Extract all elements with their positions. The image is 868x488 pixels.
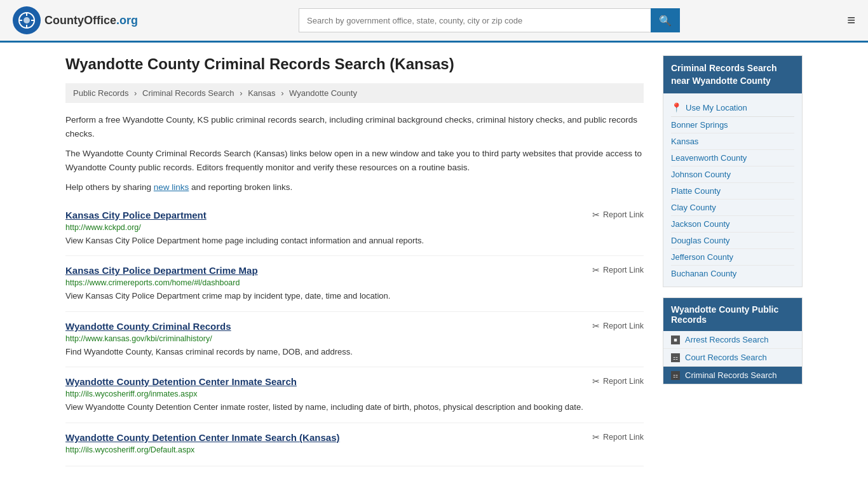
result-desc-3: View Wyandotte County Detention Center i… bbox=[65, 401, 644, 414]
result-item: Kansas City Police Department Crime Map … bbox=[65, 256, 644, 312]
logo-icon bbox=[13, 6, 41, 34]
nearby-link-3[interactable]: Johnson County bbox=[671, 166, 794, 183]
nearby-link-9[interactable]: Buchanan County bbox=[671, 266, 794, 281]
nearby-link-5[interactable]: Clay County bbox=[671, 200, 794, 216]
results-list: Kansas City Police Department ✂ Report L… bbox=[65, 201, 644, 466]
location-icon: 📍 bbox=[671, 102, 682, 112]
result-desc-2: Find Wyandotte County, Kansas criminal r… bbox=[65, 346, 644, 358]
nearby-body: 📍 Use My Location Bonner SpringsKansasLe… bbox=[663, 93, 802, 287]
result-desc-0: View Kansas City Police Department home … bbox=[65, 234, 644, 247]
nearby-header: Criminal Records Search near Wyandotte C… bbox=[663, 56, 802, 93]
result-url-1: https://www.crimereports.com/home/#l/das… bbox=[65, 278, 644, 287]
nearby-link-8[interactable]: Jefferson County bbox=[671, 249, 794, 266]
result-item: Wyandotte County Criminal Records ✂ Repo… bbox=[65, 312, 644, 368]
result-url-3: http://ils.wycosheriff.org/inmates.aspx bbox=[65, 390, 644, 398]
main-content: Wyandotte County Criminal Records Search… bbox=[65, 55, 644, 466]
logo-text: CountyOffice.org bbox=[44, 14, 138, 27]
report-icon-4: ✂ bbox=[592, 432, 600, 442]
search-input[interactable] bbox=[299, 8, 651, 32]
breadcrumb-current: Wyandotte County bbox=[289, 88, 357, 98]
result-title-4[interactable]: Wyandotte County Detention Center Inmate… bbox=[65, 432, 339, 443]
description-para1: Perform a free Wyandotte County, KS publ… bbox=[65, 113, 644, 140]
report-icon-1: ✂ bbox=[592, 265, 600, 275]
report-link-4[interactable]: ✂ Report Link bbox=[592, 432, 644, 442]
logo-area: CountyOffice.org bbox=[13, 6, 138, 34]
nearby-link-1[interactable]: Kansas bbox=[671, 133, 794, 150]
menu-button[interactable]: ≡ bbox=[847, 12, 855, 29]
breadcrumb: Public Records › Criminal Records Search… bbox=[65, 83, 644, 103]
svg-point-1 bbox=[24, 17, 30, 24]
public-record-icon-1: ⚏ bbox=[671, 353, 680, 362]
nearby-box: Criminal Records Search near Wyandotte C… bbox=[663, 55, 803, 287]
description-para2: The Wyandotte County Criminal Records Se… bbox=[65, 147, 644, 174]
nearby-link-7[interactable]: Douglas County bbox=[671, 233, 794, 249]
result-item: Wyandotte County Detention Center Inmate… bbox=[65, 423, 644, 466]
page-title: Wyandotte County Criminal Records Search… bbox=[65, 55, 644, 73]
nearby-link-6[interactable]: Jackson County bbox=[671, 216, 794, 233]
public-record-icon-2: ⚏ bbox=[671, 371, 680, 380]
result-desc-1: View Kansas City Police Department crime… bbox=[65, 290, 644, 302]
nearby-link-2[interactable]: Leavenworth County bbox=[671, 150, 794, 166]
result-item: Wyandotte County Detention Center Inmate… bbox=[65, 367, 644, 423]
public-record-icon-0: ■ bbox=[671, 336, 680, 344]
report-icon-3: ✂ bbox=[592, 376, 600, 386]
public-records-list: ■ Arrest Records Search ⚏ Court Records … bbox=[663, 331, 802, 384]
report-link-0[interactable]: ✂ Report Link bbox=[592, 210, 644, 220]
search-area: 🔍 bbox=[299, 8, 680, 32]
result-url-4: http://ils.wycosheriff.org/Default.aspx bbox=[65, 445, 644, 454]
nearby-link-0[interactable]: Bonner Springs bbox=[671, 117, 794, 133]
result-title-1[interactable]: Kansas City Police Department Crime Map bbox=[65, 265, 258, 276]
report-icon-2: ✂ bbox=[592, 321, 600, 331]
public-records-header: Wyandotte County Public Records bbox=[663, 298, 802, 331]
search-button[interactable]: 🔍 bbox=[651, 8, 680, 32]
public-record-item-2[interactable]: ⚏ Criminal Records Search bbox=[663, 367, 802, 384]
result-title-0[interactable]: Kansas City Police Department bbox=[65, 210, 207, 220]
breadcrumb-link-kansas[interactable]: Kansas bbox=[248, 88, 275, 98]
use-location-link[interactable]: Use My Location bbox=[686, 103, 747, 112]
breadcrumb-link-public-records[interactable]: Public Records bbox=[73, 88, 128, 98]
result-url-0: http://www.kckpd.org/ bbox=[65, 223, 644, 232]
sidebar: Criminal Records Search near Wyandotte C… bbox=[663, 55, 803, 466]
report-link-3[interactable]: ✂ Report Link bbox=[592, 376, 644, 386]
site-header: CountyOffice.org 🔍 ≡ bbox=[0, 0, 868, 43]
result-item: Kansas City Police Department ✂ Report L… bbox=[65, 201, 644, 257]
report-link-2[interactable]: ✂ Report Link bbox=[592, 321, 644, 331]
public-records-box: Wyandotte County Public Records ■ Arrest… bbox=[663, 297, 803, 384]
nearby-links: Bonner SpringsKansasLeavenworth CountyJo… bbox=[671, 117, 794, 281]
new-links-link[interactable]: new links bbox=[154, 182, 189, 192]
public-record-link-1[interactable]: Court Records Search bbox=[685, 353, 767, 362]
report-link-1[interactable]: ✂ Report Link bbox=[592, 265, 644, 275]
result-title-3[interactable]: Wyandotte County Detention Center Inmate… bbox=[65, 376, 297, 387]
report-icon-0: ✂ bbox=[592, 210, 600, 220]
breadcrumb-link-criminal-records[interactable]: Criminal Records Search bbox=[142, 88, 234, 98]
use-my-location[interactable]: 📍 Use My Location bbox=[671, 98, 794, 117]
public-record-link-2[interactable]: Criminal Records Search bbox=[685, 370, 777, 380]
description-para3: Help others by sharing new links and rep… bbox=[65, 180, 644, 194]
nearby-link-4[interactable]: Platte County bbox=[671, 183, 794, 200]
page-container: Wyandotte County Criminal Records Search… bbox=[53, 43, 815, 479]
public-record-item-1[interactable]: ⚏ Court Records Search bbox=[663, 349, 802, 367]
result-url-2: http://www.kansas.gov/kbi/criminalhistor… bbox=[65, 334, 644, 343]
public-record-link-0[interactable]: Arrest Records Search bbox=[685, 335, 769, 344]
result-title-2[interactable]: Wyandotte County Criminal Records bbox=[65, 321, 231, 332]
public-record-item-0[interactable]: ■ Arrest Records Search bbox=[663, 331, 802, 349]
